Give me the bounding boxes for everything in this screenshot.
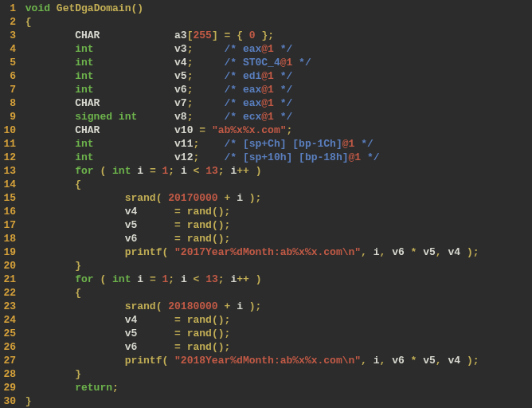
code-line: 5 int v4; /* ST0C_4@1 */ (0, 56, 532, 69)
token-punct: ; (112, 382, 119, 394)
code-line: 11 int v11; /* [sp+Ch] [bp-1Ch]@1 */ (0, 137, 532, 151)
code-content: int v12; /* [sp+10h] [bp-18h]@1 */ (19, 151, 532, 164)
line-number: 25 (0, 327, 19, 340)
code-line: 6 int v5; /* edi@1 */ (0, 69, 532, 83)
token-at: @1 (261, 97, 274, 109)
code-content: v5 = rand(); (19, 218, 532, 232)
token-plain (181, 233, 187, 245)
code-content: srand( 20180000 + i ); (19, 300, 532, 313)
token-punct: (); (212, 328, 230, 339)
token-ident: v11 (174, 138, 193, 150)
token-punct: ); (467, 246, 479, 258)
token-plain (143, 165, 150, 177)
token-cmt: /* [sp+Ch] [bp-1Ch] (224, 138, 342, 150)
token-str: "ab%x%x.com" (212, 124, 287, 136)
token-kw: signed int (75, 111, 137, 123)
token-num: 255 (193, 29, 211, 41)
token-punct: (); (212, 314, 230, 326)
token-plain (193, 111, 224, 123)
token-punct: ; (218, 273, 225, 285)
token-punct: (); (212, 233, 230, 245)
code-line: 13 for ( int i = 1; i < 13; i++ ) (0, 164, 532, 178)
token-plain (94, 138, 174, 150)
token-ident: v6 (392, 246, 405, 258)
line-number: 24 (0, 313, 19, 327)
line-number: 27 (0, 354, 19, 367)
token-plain (460, 355, 467, 367)
token-plain (187, 273, 194, 285)
token-punct: { (237, 29, 243, 41)
token-kw: int (112, 273, 131, 285)
token-ident: v4 (125, 314, 138, 326)
token-cmt: /* edi (224, 70, 261, 82)
token-plain (243, 192, 249, 204)
line-number: 14 (0, 178, 19, 191)
token-ident: v6 (125, 341, 138, 353)
token-punct: { (25, 16, 32, 28)
token-punct: { (75, 178, 81, 190)
token-punct: ] (212, 29, 218, 41)
token-punct: } (25, 395, 32, 407)
token-kw: int (112, 165, 131, 177)
token-punct: } (75, 260, 81, 272)
token-punct: { (75, 287, 81, 299)
token-plain (199, 138, 224, 150)
line-number: 1 (0, 2, 19, 15)
line-number: 15 (0, 191, 19, 205)
code-line: 10 CHAR v10 = "ab%x%x.com"; (0, 124, 532, 137)
code-line: 1 void GetDgaDomain() (0, 2, 532, 15)
token-func: printf (125, 355, 162, 367)
token-ident: i (181, 165, 187, 177)
token-ident: i (181, 273, 187, 285)
token-func: printf (125, 246, 162, 258)
code-line: 4 int v3; /* eax@1 */ (0, 42, 532, 56)
token-func: GetDgaDomain (57, 2, 131, 14)
token-plain (100, 97, 174, 109)
code-content: CHAR v7; /* eax@1 */ (19, 96, 532, 110)
token-plain (405, 355, 411, 367)
code-content: { (19, 178, 532, 191)
code-line: 29 return; (0, 381, 532, 394)
token-kw: void (25, 2, 50, 14)
token-plain (181, 314, 187, 326)
code-content: { (19, 286, 532, 300)
code-line: 21 for ( int i = 1; i < 13; i++ ) (0, 273, 532, 286)
token-plain (94, 70, 174, 82)
line-number: 13 (0, 164, 19, 178)
line-number: 5 (0, 56, 19, 69)
token-at: @1 (261, 43, 274, 55)
token-plain (181, 219, 187, 231)
token-func: rand (187, 341, 212, 353)
token-punct: = (174, 314, 181, 326)
token-at: @1 (349, 151, 362, 163)
token-plain (249, 165, 256, 177)
token-punct: ; (218, 165, 225, 177)
token-punct: = (150, 165, 156, 177)
line-number: 11 (0, 137, 19, 151)
code-viewer: 1 void GetDgaDomain()2 {3 CHAR a3[255] =… (0, 2, 532, 408)
code-content: CHAR v10 = "ab%x%x.com"; (19, 124, 532, 137)
token-ident: v4 (448, 355, 460, 367)
token-cmt: /* [sp+10h] [bp-18h] (224, 151, 348, 163)
token-num: 20170000 (168, 192, 217, 204)
token-kw: return (75, 382, 112, 394)
token-func: rand (187, 219, 212, 231)
code-content: return; (19, 381, 532, 394)
token-punct: (); (212, 206, 230, 218)
code-line: 9 signed int v8; /* ecx@1 */ (0, 110, 532, 124)
code-content: v6 = rand(); (19, 340, 532, 354)
token-plain (218, 192, 225, 204)
token-ident: i (137, 273, 143, 285)
token-punct: = (150, 273, 156, 285)
code-content: int v3; /* eax@1 */ (19, 42, 532, 56)
token-plain (193, 84, 224, 96)
code-line: 23 srand( 20180000 + i ); (0, 300, 532, 313)
code-line: 28 } (0, 367, 532, 381)
token-ident: v4 (174, 57, 187, 69)
token-at: @1 (280, 57, 293, 69)
token-ident: v3 (174, 43, 187, 55)
token-cmt: */ (354, 138, 373, 150)
token-ident: v6 (174, 84, 187, 96)
code-content: v5 = rand(); (19, 327, 532, 340)
token-punct: = (174, 219, 181, 231)
